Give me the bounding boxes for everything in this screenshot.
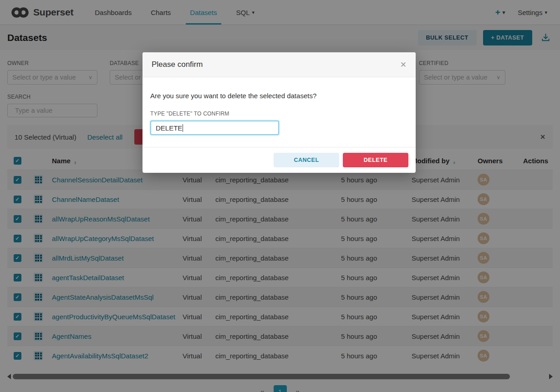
delete-confirm-input[interactable]: DELETE	[150, 121, 279, 135]
close-icon[interactable]: ✕	[400, 61, 407, 69]
modal-header: Please confirm ✕	[143, 52, 416, 77]
modal-title: Please confirm	[152, 60, 203, 69]
confirm-input-label: TYPE "DELETE" TO CONFIRM	[150, 111, 408, 117]
modal-body: Are you sure you want to delete the sele…	[143, 77, 416, 147]
text-cursor	[183, 124, 183, 132]
confirm-message: Are you sure you want to delete the sele…	[150, 92, 408, 100]
modal-footer: CANCEL DELETE	[143, 147, 416, 173]
delete-button[interactable]: DELETE	[343, 153, 408, 167]
cancel-button[interactable]: CANCEL	[274, 153, 339, 167]
confirm-delete-modal: Please confirm ✕ Are you sure you want t…	[143, 52, 416, 173]
